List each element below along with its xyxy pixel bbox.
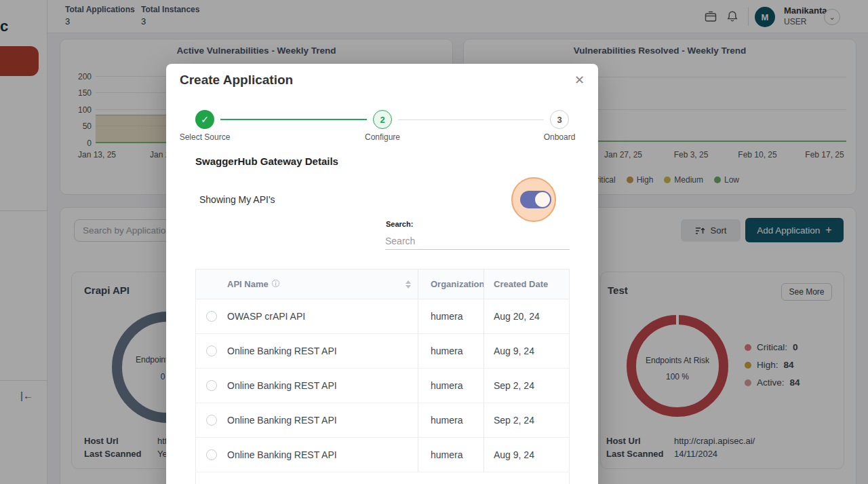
step-label-configure: Configure — [345, 132, 420, 142]
create-application-modal: Create Application ✕ ✓ 2 3 Select Source… — [166, 64, 598, 484]
modal-search-input[interactable] — [385, 232, 570, 250]
table-row[interactable]: Online Banking REST API humera Aug 9, 24 — [196, 334, 569, 369]
table-row[interactable]: Online Banking REST API humera Aug 9, 24 — [196, 438, 569, 472]
organization-column-header: Organization — [418, 269, 484, 299]
section-title: SwaggerHub Gateway Details — [195, 155, 338, 167]
showing-my-apis-toggle[interactable] — [520, 191, 551, 208]
step-select-source-circle[interactable]: ✓ — [195, 110, 214, 129]
info-icon: ⓘ — [272, 278, 280, 290]
step-configure-circle[interactable]: 2 — [373, 110, 392, 129]
app-root: c |← Total Applications 3 Total Instance… — [0, 0, 868, 484]
api-table-header: API Name ⓘ Organization Created Date — [196, 269, 569, 299]
table-row-partial — [196, 472, 569, 484]
api-table: API Name ⓘ Organization Created Date OWA… — [195, 269, 570, 484]
stepper-connector-upcoming — [398, 119, 544, 120]
column-sort-icon[interactable] — [406, 280, 411, 288]
created-date-column-header: Created Date — [484, 269, 569, 299]
table-row[interactable]: Online Banking REST API humera Sep 2, 24 — [196, 369, 569, 403]
table-row[interactable]: OWASP crAPI API humera Aug 20, 24 — [196, 299, 569, 334]
showing-my-apis-label: Showing My API's — [199, 194, 275, 205]
api-name-column-header: API Name ⓘ — [227, 278, 418, 290]
row-radio-button[interactable] — [206, 311, 217, 322]
close-icon[interactable]: ✕ — [574, 73, 585, 88]
step-label-onboard: Onboard — [522, 132, 597, 142]
row-radio-button[interactable] — [206, 449, 217, 460]
row-radio-button[interactable] — [206, 346, 217, 356]
modal-search-label: Search: — [386, 220, 413, 228]
step-onboard-circle[interactable]: 3 — [550, 110, 569, 129]
step-label-select-source: Select Source — [167, 132, 242, 142]
stepper-connector-done — [220, 119, 367, 120]
row-radio-button[interactable] — [206, 380, 217, 391]
row-radio-button[interactable] — [206, 415, 217, 426]
modal-title: Create Application — [180, 73, 293, 88]
toggle-knob — [535, 192, 550, 207]
table-row[interactable]: Online Banking REST API humera Sep 2, 24 — [196, 403, 569, 438]
